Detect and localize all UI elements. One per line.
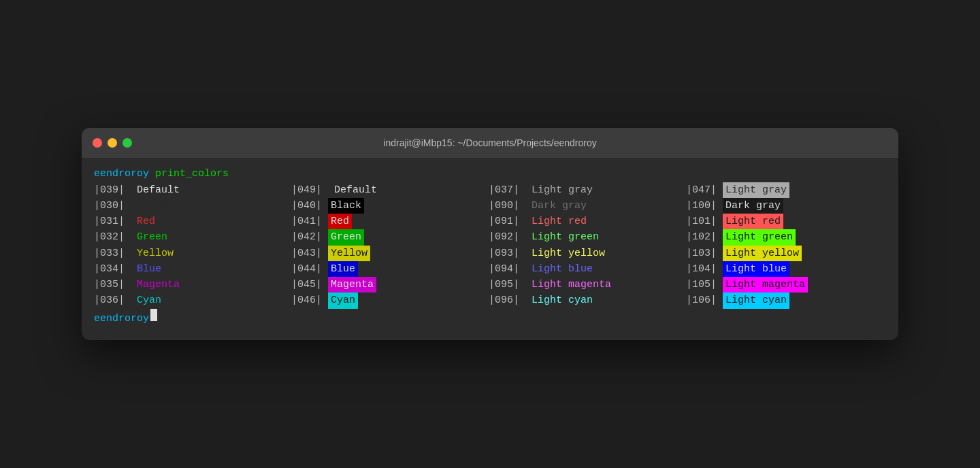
color-label: Light magenta xyxy=(525,277,611,292)
color-label: Cyan xyxy=(131,292,192,308)
color-row: |031| Red |041| Red|091| Light red |101|… xyxy=(94,214,886,229)
color-label: Light magenta xyxy=(723,277,808,292)
color-entry: |032| Green xyxy=(94,229,291,245)
color-label: Dark gray xyxy=(723,198,783,214)
color-table: |039| Default |049| Default |037| Light … xyxy=(94,182,886,309)
color-label: Light blue xyxy=(525,261,611,277)
ansi-code: |047| xyxy=(686,182,723,198)
color-label: Yellow xyxy=(328,246,370,261)
color-entry: |046| Cyan xyxy=(291,292,489,308)
terminal-body[interactable]: eendroroy print_colors |039| Default |04… xyxy=(82,158,898,340)
close-button[interactable] xyxy=(93,138,102,148)
color-label: Magenta xyxy=(131,277,192,292)
prompt-cmd-1: print_colors xyxy=(155,166,229,182)
color-entry: |043| Yellow xyxy=(291,246,489,261)
ansi-code: |044| xyxy=(291,261,328,277)
color-label: Light cyan xyxy=(723,292,789,308)
color-entry: |100| Dark gray xyxy=(686,198,877,214)
titlebar: indrajit@iMbp15: ~/Documents/Projects/ee… xyxy=(82,128,898,158)
prompt-name-2: eendroroy xyxy=(94,311,149,327)
ansi-code: |042| xyxy=(291,229,328,245)
ansi-code: |093| xyxy=(489,246,525,261)
color-row: |039| Default |049| Default |037| Light … xyxy=(94,182,886,198)
color-entry: |042| Green xyxy=(291,229,489,245)
color-entry: |093| Light yellow xyxy=(489,246,686,261)
color-label: Light yellow xyxy=(525,246,611,261)
color-entry: |092| Light green xyxy=(489,229,686,245)
color-entry: |094| Light blue xyxy=(489,261,686,277)
color-label: Magenta xyxy=(328,277,376,292)
window-title: indrajit@iMbp15: ~/Documents/Projects/ee… xyxy=(383,137,596,148)
ansi-code: |046| xyxy=(291,292,328,308)
color-label: Red xyxy=(131,214,192,229)
color-row: |033| Yellow |043| Yellow|093| Light yel… xyxy=(94,246,886,261)
minimize-button[interactable] xyxy=(108,138,117,148)
ansi-code: |045| xyxy=(291,277,328,292)
ansi-code: |105| xyxy=(686,277,723,292)
prompt-line-1: eendroroy print_colors xyxy=(94,166,886,182)
ansi-code: |103| xyxy=(686,246,723,261)
color-label: Light yellow xyxy=(723,246,802,261)
ansi-code: |032| xyxy=(94,229,131,245)
ansi-code: |037| xyxy=(489,182,525,198)
ansi-code: |096| xyxy=(489,292,525,308)
color-entry: |045| Magenta xyxy=(291,277,489,292)
color-row: |034| Blue |044| Blue|094| Light blue |1… xyxy=(94,261,886,277)
color-entry: |096| Light cyan xyxy=(489,292,686,308)
color-label: Red xyxy=(328,214,352,229)
color-entry: |034| Blue xyxy=(94,261,291,277)
color-label: Light blue xyxy=(723,261,789,277)
color-label: Green xyxy=(131,229,192,245)
ansi-code: |035| xyxy=(94,277,131,292)
color-entry: |047| Light gray xyxy=(686,182,877,198)
ansi-code: |094| xyxy=(489,261,525,277)
color-label: Default xyxy=(131,182,192,198)
terminal-window: indrajit@iMbp15: ~/Documents/Projects/ee… xyxy=(82,128,898,340)
prompt-space xyxy=(149,166,155,182)
ansi-code: |104| xyxy=(686,261,723,277)
color-entry: |095| Light magenta xyxy=(489,277,686,292)
color-label: Yellow xyxy=(131,246,192,261)
color-entry: |044| Blue xyxy=(291,261,489,277)
traffic-lights xyxy=(93,138,132,148)
color-row: |032| Green |042| Green|092| Light green… xyxy=(94,229,886,245)
color-label: Light green xyxy=(723,229,796,245)
ansi-code: |100| xyxy=(686,198,723,214)
ansi-code: |101| xyxy=(686,214,723,229)
color-row: |036| Cyan |046| Cyan|096| Light cyan |1… xyxy=(94,292,886,308)
color-label: Black xyxy=(131,198,192,214)
color-entry: |033| Yellow xyxy=(94,246,291,261)
maximize-button[interactable] xyxy=(122,138,132,148)
ansi-code: |031| xyxy=(94,214,131,229)
color-label: Default xyxy=(328,182,389,198)
ansi-code: |030| xyxy=(94,198,131,214)
color-entry: |049| Default xyxy=(291,182,489,198)
color-entry: |030| Black xyxy=(94,198,291,214)
terminal-cursor xyxy=(150,309,157,321)
color-entry: |039| Default xyxy=(94,182,291,198)
color-entry: |091| Light red xyxy=(489,214,686,229)
ansi-code: |090| xyxy=(489,198,525,214)
color-label: Dark gray xyxy=(525,198,611,214)
color-label: Light cyan xyxy=(525,292,611,308)
color-label: Light green xyxy=(525,229,611,245)
color-row: |030| Black |040| Black|090| Dark gray |… xyxy=(94,198,886,214)
color-entry: |040| Black xyxy=(291,198,489,214)
color-entry: |104| Light blue xyxy=(686,261,877,277)
color-entry: |106| Light cyan xyxy=(686,292,877,308)
color-label: Light gray xyxy=(525,182,611,198)
ansi-code: |102| xyxy=(686,229,723,245)
color-entry: |090| Dark gray xyxy=(489,198,686,214)
color-label: Light red xyxy=(723,214,783,229)
ansi-code: |092| xyxy=(489,229,525,245)
color-entry: |103| Light yellow xyxy=(686,246,877,261)
color-label: Light red xyxy=(525,214,611,229)
ansi-code: |040| xyxy=(291,198,328,214)
color-entry: |102| Light green xyxy=(686,229,877,245)
color-label: Green xyxy=(328,229,364,245)
color-label: Light gray xyxy=(723,182,789,198)
ansi-code: |049| xyxy=(291,182,328,198)
prompt-line-2: eendroroy xyxy=(94,309,886,327)
color-row: |035| Magenta |045| Magenta|095| Light m… xyxy=(94,277,886,292)
prompt-name-1: eendroroy xyxy=(94,166,149,182)
